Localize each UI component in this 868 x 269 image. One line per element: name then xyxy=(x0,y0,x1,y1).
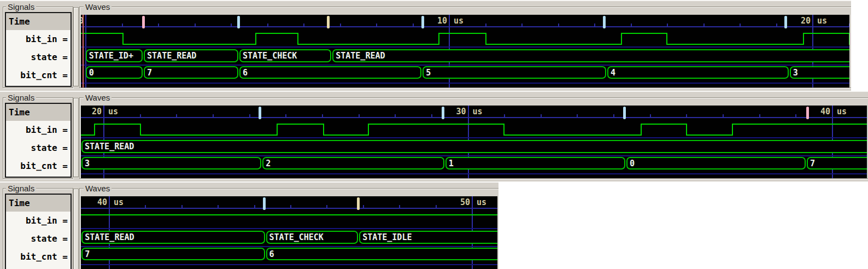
splitter-strip[interactable] xyxy=(73,189,79,269)
bit-cnt-segment: 3 xyxy=(790,66,849,79)
gtkwave-panel-1: Signals Time bit_in = state = bit_cnt = … xyxy=(0,0,851,91)
signal-row-bit-cnt[interactable]: bit_cnt = xyxy=(6,248,71,266)
state-value: STATE_CHECK xyxy=(269,232,324,242)
bit-cnt-value: 0 xyxy=(630,159,635,168)
signals-list-header: Time xyxy=(6,13,71,30)
bit-cnt-value: 7 xyxy=(147,68,152,78)
state-segment: STATE_CHECK xyxy=(239,49,331,62)
signals-list: Time bit_in = state = bit_cnt = xyxy=(5,103,72,178)
signal-row-bit-in[interactable]: bit_in = xyxy=(6,212,71,230)
signals-list-header: Time xyxy=(6,195,71,212)
waves-groupbox-label: Waves xyxy=(84,93,112,102)
state-value: STATE_READ xyxy=(85,232,134,242)
state-segment: STATE_READ xyxy=(332,49,849,62)
bit-cnt-value: 6 xyxy=(243,68,248,78)
window-top-edge xyxy=(0,91,868,92)
signal-row-bit-cnt[interactable]: bit_cnt = xyxy=(6,157,71,175)
bit-cnt-segment: 7 xyxy=(807,157,867,169)
wave-canvas[interactable]: 40us50usSTATE_READSTATE_CHECKSTATE_IDLE7… xyxy=(81,196,497,269)
cursor-line xyxy=(83,15,84,87)
signals-groupbox-label: Signals xyxy=(6,2,36,11)
splitter-strip[interactable] xyxy=(73,7,79,86)
state-segment: STATE_CHECK xyxy=(266,231,359,244)
bit-cnt-value: 5 xyxy=(426,68,431,78)
wave-canvas[interactable]: 010us20usSTATE_ID+STATE_READSTATE_CHECKS… xyxy=(81,15,849,87)
bit-cnt-value: 3 xyxy=(793,68,798,78)
wave-canvas[interactable]: 20us30us40usSTATE_READ32107 xyxy=(81,106,867,178)
waves-groupbox-label: Waves xyxy=(84,2,112,11)
bit-cnt-segment: 7 xyxy=(81,248,265,260)
window-top-edge xyxy=(0,182,498,183)
bit-cnt-segment: 6 xyxy=(266,248,497,260)
bit-cnt-value: 7 xyxy=(85,249,90,259)
bit-cnt-value: 4 xyxy=(611,68,615,78)
signal-row-bit-in[interactable]: bit_in = xyxy=(6,121,71,139)
bit-cnt-segment: 6 xyxy=(239,66,421,79)
signals-groupbox-label: Signals xyxy=(6,93,36,102)
signal-row-state[interactable]: state = xyxy=(6,48,71,66)
gtkwave-panel-2: Signals Time bit_in = state = bit_cnt = … xyxy=(0,91,868,182)
state-segment: STATE_READ xyxy=(81,231,265,244)
bit-cnt-value: 2 xyxy=(266,159,271,168)
state-value: STATE_CHECK xyxy=(243,51,297,61)
signals-list-header: Time xyxy=(6,104,71,121)
state-segment: STATE_READ xyxy=(144,49,238,62)
bit-cnt-value: 0 xyxy=(89,68,94,78)
signal-row-bit-cnt[interactable]: bit_cnt = xyxy=(6,66,71,84)
bit-cnt-segment: 7 xyxy=(144,66,238,79)
bit-cnt-segment: 4 xyxy=(607,66,789,79)
signals-list: Time bit_in = state = bit_cnt = xyxy=(5,194,72,269)
bit-cnt-segment: 5 xyxy=(423,66,606,79)
signal-row-bit-in[interactable]: bit_in = xyxy=(6,30,71,48)
bit-cnt-value: 3 xyxy=(85,159,90,168)
bit-cnt-value: 6 xyxy=(269,249,274,259)
waves-groupbox-label: Waves xyxy=(84,184,112,193)
signals-list: Time bit_in = state = bit_cnt = xyxy=(5,12,72,87)
window-top-edge xyxy=(0,0,851,1)
signals-groupbox-label: Signals xyxy=(6,184,36,193)
bit-cnt-segment: 3 xyxy=(81,157,261,169)
signal-row-state[interactable]: state = xyxy=(6,230,71,248)
state-value: STATE_READ xyxy=(336,51,385,61)
gtkwave-panel-3: Signals Time bit_in = state = bit_cnt = … xyxy=(0,182,498,269)
state-segment: STATE_IDLE xyxy=(359,231,497,244)
bit-cnt-value: 7 xyxy=(810,159,815,168)
state-segment: STATE_ID+ xyxy=(86,49,143,62)
page: Signals Time bit_in = state = bit_cnt = … xyxy=(0,0,868,269)
bit-cnt-segment: 1 xyxy=(445,157,625,169)
state-value: STATE_READ xyxy=(147,51,196,61)
state-segment: STATE_READ xyxy=(81,140,867,153)
state-value: STATE_READ xyxy=(85,142,134,151)
bit-cnt-value: 1 xyxy=(449,159,454,168)
state-value: STATE_IDLE xyxy=(362,232,412,242)
state-value: STATE_ID+ xyxy=(89,51,133,61)
signal-row-state[interactable]: state = xyxy=(6,139,71,157)
bit-cnt-segment: 0 xyxy=(626,157,806,169)
splitter-strip[interactable] xyxy=(73,98,79,177)
bit-cnt-segment: 2 xyxy=(262,157,444,169)
bit-cnt-segment: 0 xyxy=(86,66,143,79)
